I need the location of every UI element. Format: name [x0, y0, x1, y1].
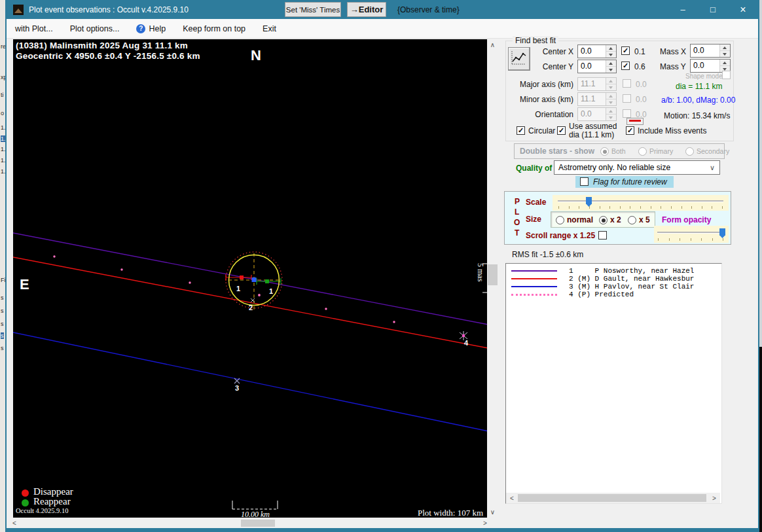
editor-button[interactable]: →Editor [347, 2, 386, 17]
double-both-label: Both [611, 147, 626, 155]
svg-text:2: 2 [249, 304, 253, 311]
center-x-unc-checkbox[interactable]: ✓ [621, 46, 630, 55]
plot-vscrollbar[interactable]: ∧ ∨ [487, 39, 498, 518]
scale-label: Scale [526, 198, 546, 207]
rms-fit-label: RMS fit -1.5 ±0.6 km [512, 250, 583, 259]
menu-exit[interactable]: Exit [254, 19, 285, 38]
center-y-spinner[interactable]: 0.0 [577, 60, 617, 73]
observer-line-sample [511, 294, 557, 296]
size-label: Size [526, 215, 541, 224]
observers-listbox[interactable]: 1 P Nosworthy, near Hazel2 (M) D Gault, … [505, 263, 722, 504]
svg-text:3: 3 [235, 384, 239, 392]
east-label: E [20, 276, 29, 293]
graph-icon [510, 50, 527, 67]
legend-reappear-label: Reappear [33, 496, 71, 507]
orientation-label: Orientation [517, 110, 573, 119]
observer-text: 3 (M) H Pavlov, near St Clair [569, 283, 694, 291]
listbox-hscrollbar[interactable]: < > [506, 493, 720, 503]
minimize-button[interactable]: – [668, 0, 698, 19]
listbox-scroll-left[interactable]: < [507, 493, 517, 503]
observer-line-sample [511, 278, 557, 279]
plot-header-line2: Geocentric X 4950.6 ±0.4 Y -2156.5 ±0.6 … [16, 51, 200, 61]
shape-model-checkbox[interactable] [722, 71, 731, 79]
legend-disappear-dot [22, 489, 29, 497]
background-right-top [759, 0, 762, 347]
backdrop-text-fragment: s [1, 308, 4, 314]
scroll-range-label: Scroll range x 1.25 [526, 231, 595, 240]
svg-text:4: 4 [464, 339, 469, 347]
scroll-up-arrow[interactable]: ∧ [487, 39, 498, 50]
scroll-right-arrow[interactable]: > [480, 518, 490, 528]
backdrop-text-fragment: s [1, 332, 4, 339]
app-window: Plot event observations : Occult v.4.202… [5, 0, 759, 532]
plot-version-label: Occult 4.2025.9.10 [16, 507, 69, 514]
circular-checkbox[interactable]: ✓ [517, 126, 525, 135]
flag-review-checkbox[interactable] [580, 177, 589, 186]
scale-slider-thumb[interactable] [586, 197, 592, 207]
listbox-scroll-right[interactable]: > [710, 493, 719, 503]
use-assumed-checkbox[interactable]: ✓ [557, 126, 566, 135]
use-assumed-label-line2: dia (11.1 km) [569, 130, 614, 139]
menu-with-plot[interactable]: with Plot... [7, 19, 62, 38]
scale-slider[interactable] [553, 195, 729, 211]
hscroll-thumb[interactable] [241, 520, 275, 527]
plot-letter-l: L [515, 207, 519, 217]
minor-axis-spinner: 11.1 [577, 92, 617, 106]
plot-header-line1: (10381) Malinsmith 2025 Aug 31 11.1 km [16, 41, 188, 50]
size-x5-radio[interactable] [628, 216, 636, 224]
menu-keep-on-top[interactable]: Keep form on top [174, 19, 254, 38]
circular-label: Circular [528, 126, 555, 135]
plot-letter-p: P [515, 197, 520, 206]
size-x2-radio[interactable] [599, 216, 608, 224]
app-icon [13, 5, 24, 15]
menu-bar: with Plot... Plot options... ? Help Keep… [7, 19, 758, 39]
scroll-left-arrow[interactable]: < [9, 518, 20, 528]
form-opacity-slider[interactable] [654, 226, 729, 243]
center-x-spinner[interactable]: 0.0 [577, 44, 617, 58]
combo-dropdown-icon: ∨ [710, 164, 719, 172]
close-button[interactable]: × [728, 0, 758, 19]
vscroll-thumb[interactable] [488, 264, 498, 285]
orientation-spinner: 0.0 [577, 107, 617, 121]
size-normal-radio[interactable] [556, 216, 564, 224]
double-secondary-label: Secondary [697, 147, 729, 155]
observer-row[interactable]: 4 (P) Predicted [506, 291, 721, 298]
plot-letter-o: O [514, 218, 520, 227]
mass-x-label: Mass X [660, 47, 686, 56]
observer-line-sample [511, 270, 557, 272]
observer-row[interactable]: 3 (M) H Pavlov, near St Clair [506, 283, 721, 291]
quality-combobox[interactable]: Astrometry only. No reliable size ∨ [554, 160, 720, 175]
size-normal-label: normal [567, 215, 593, 224]
scroll-range-checkbox[interactable] [598, 231, 607, 239]
major-axis-spinner: 11.1 [577, 77, 617, 91]
maximize-button[interactable]: □ [698, 0, 728, 19]
double-stars-label: Double stars - show [520, 147, 594, 156]
north-label: N [251, 47, 261, 64]
fit-graph-button[interactable] [508, 47, 530, 71]
double-stars-group: Double stars - show Both Primary Seconda… [514, 143, 725, 159]
menu-plot-options[interactable]: Plot options... [62, 19, 128, 38]
dia-readout: dia = 11.1 km [676, 82, 722, 91]
plot-canvas[interactable]: 11234 (10381) Malinsmith 2025 Aug 31 11.… [13, 39, 492, 518]
plot-hscrollbar[interactable]: < > [8, 518, 492, 528]
form-opacity-thumb[interactable] [719, 228, 725, 238]
observer-text: 2 (M) D Gault, near Hawkesbur [569, 275, 694, 283]
center-y-label: Center Y [530, 62, 573, 71]
mass-x-spinner[interactable]: 0.0 [690, 44, 731, 58]
observer-row[interactable]: 1 P Nosworthy, near Hazel [506, 267, 721, 275]
menu-help[interactable]: ? Help [128, 19, 174, 38]
observer-row[interactable]: 2 (M) D Gault, near Hawkesbur [506, 275, 721, 283]
help-icon: ? [136, 24, 145, 33]
double-secondary-radio [685, 147, 694, 156]
major-axis-label: Major axis (km) [517, 80, 573, 89]
set-miss-times-button[interactable]: Set 'Miss' Times [285, 2, 341, 17]
size-x5-label: x 5 [639, 215, 650, 224]
scroll-down-arrow[interactable]: ∨ [487, 506, 498, 518]
line-color-button[interactable] [626, 118, 644, 125]
center-y-unc-checkbox[interactable]: ✓ [621, 62, 630, 70]
shape-model-label: Shape model [685, 73, 724, 80]
include-miss-checkbox[interactable]: ✓ [626, 126, 634, 135]
listbox-hscroll-thumb[interactable] [518, 494, 706, 502]
plot-controls-panel: P L O T Scale Size normal x 2 x 5 Form o… [504, 191, 731, 245]
double-primary-label: Primary [649, 147, 673, 155]
